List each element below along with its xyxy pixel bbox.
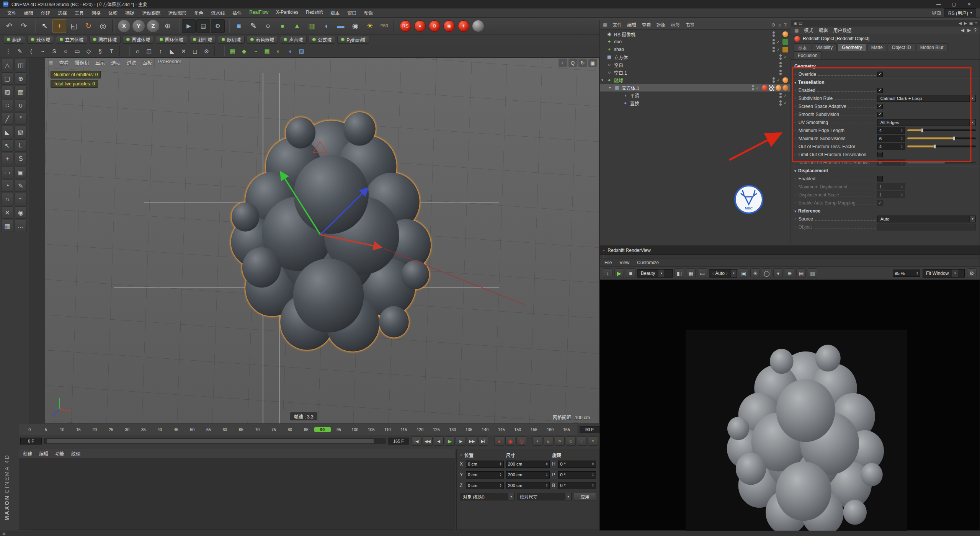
apply-button[interactable]: 应用 — [574, 493, 596, 500]
menu-item[interactable]: 插件 — [229, 9, 245, 17]
am-prev-icon[interactable]: ◀ — [961, 28, 964, 33]
am-tab[interactable]: Matte — [867, 43, 887, 51]
object-row[interactable]: 空白.1 — [600, 69, 790, 76]
timeline-tick[interactable]: 140 — [477, 427, 493, 432]
aov-icon[interactable]: ◧ — [675, 268, 684, 278]
om-menu-item[interactable]: 文件 — [612, 21, 622, 28]
range-end-field[interactable]: 165 F — [388, 438, 409, 444]
visibility-dots[interactable] — [773, 31, 775, 37]
nside-spline-icon[interactable]: ◇ — [83, 46, 94, 56]
rotate-view-icon[interactable]: ↻ — [578, 59, 587, 67]
material-menu-item[interactable]: 纹理 — [71, 450, 80, 457]
am-menu-item[interactable]: 编辑 — [818, 27, 828, 33]
stop-render-icon[interactable]: ■ — [626, 268, 635, 278]
lock-icon[interactable]: ▣ — [15, 166, 27, 178]
displacement-scale-field[interactable]: 1▲▼ — [877, 191, 905, 198]
expand-icon[interactable] — [609, 86, 614, 90]
menu-item[interactable]: 文件 — [4, 9, 20, 17]
render-to-picture-viewer-icon[interactable]: ▤ — [196, 19, 210, 33]
rv-menu-item[interactable]: View — [619, 260, 629, 265]
object-tag[interactable] — [782, 39, 788, 45]
timeline-tick[interactable]: 75 — [266, 427, 282, 432]
menu-item[interactable]: 流水线 — [207, 9, 228, 17]
object-row[interactable]: duo — [600, 38, 790, 46]
object-row[interactable]: 融球 — [600, 76, 790, 84]
timeline-tick[interactable]: 40 — [152, 427, 168, 432]
zoom-view-icon[interactable]: Q — [568, 59, 577, 67]
position-z-field[interactable]: 0 cm▲▼ — [466, 482, 504, 489]
object-row[interactable]: 置换 — [600, 99, 790, 107]
pan-view-icon[interactable]: + — [559, 59, 567, 67]
spline-primitive-icon[interactable]: ○ — [261, 19, 275, 33]
uv-smoothing-select[interactable]: All Edges▾ — [877, 119, 976, 126]
rotate-tool-icon[interactable]: ↻ — [82, 19, 95, 33]
menu-item[interactable]: 选择 — [54, 9, 70, 17]
region-render-icon[interactable]: ▭ — [697, 268, 707, 278]
maximum-subdivisions-field[interactable]: 6▲▼ — [877, 135, 905, 142]
compare-icon[interactable]: ◯ — [762, 268, 771, 278]
rectangle-spline-icon[interactable]: ▭ — [72, 46, 82, 56]
snapshot-dropdown-icon[interactable]: ▾ — [773, 268, 783, 278]
mirror-icon[interactable]: ◫ — [15, 59, 27, 71]
subdivision-surface-icon[interactable]: ● — [276, 19, 289, 33]
viewport-menu-item[interactable]: 选项 — [111, 59, 121, 66]
camera-icon[interactable]: ◉ — [348, 19, 362, 33]
max-out-of-frustum-subdivs-slider[interactable] — [907, 162, 976, 163]
displacer-icon[interactable]: ▨ — [296, 46, 307, 56]
record-pla-icon[interactable]: : — [577, 436, 587, 446]
menu-item[interactable]: 角色 — [191, 9, 207, 17]
prev-frame-icon[interactable]: ◀ — [434, 436, 444, 446]
workplane-icon[interactable]: ▦ — [15, 86, 27, 98]
goto-start-icon[interactable]: |◀ — [412, 436, 421, 446]
object-name[interactable]: 空白.1 — [614, 69, 627, 76]
timeline-tick[interactable]: 155 — [526, 427, 542, 432]
record-scale-icon[interactable]: ◱ — [544, 436, 554, 446]
expand-icon[interactable] — [601, 78, 606, 82]
redshift-settings-icon[interactable]: ⚙ — [429, 20, 440, 32]
coordinate-system-icon[interactable]: ⊕ — [161, 19, 175, 33]
record-keyframe-icon[interactable]: ● — [494, 436, 504, 446]
timeline-tick[interactable]: 115 — [396, 427, 412, 432]
rv-canvas[interactable]: 微信公众号：野鹿志 微信：野鹿志 作者：马鹿野郎 (1.69s) — [600, 280, 980, 530]
timeline-scrollbar[interactable] — [44, 438, 385, 444]
timeline-tick[interactable]: 130 — [444, 427, 461, 432]
metaball-object[interactable] — [231, 112, 431, 352]
object-row[interactable]: 立方体 — [600, 53, 790, 61]
auto-bump-mapping-checkbox[interactable] — [877, 200, 883, 206]
menu-item[interactable]: 脚本 — [327, 9, 343, 17]
live-selection-icon[interactable]: ↖ — [38, 19, 52, 33]
layer-icon[interactable]: L — [15, 139, 27, 152]
am-tab[interactable]: Motion Blur — [916, 43, 948, 51]
object-name[interactable]: 空白 — [614, 62, 623, 68]
am-back-icon[interactable]: ◀ — [959, 21, 962, 25]
circle-spline-icon[interactable]: ○ — [60, 46, 71, 56]
spline-smooth-icon[interactable]: ~ — [38, 46, 48, 56]
menu-item[interactable]: 体积 — [105, 9, 121, 17]
tracer-icon[interactable]: ~ — [250, 46, 261, 56]
object-row[interactable]: 立方体.1 — [600, 84, 790, 92]
field-button[interactable]: 圆环体域 — [156, 36, 187, 44]
separator[interactable] — [119, 46, 130, 56]
timeline-tick[interactable]: 165 — [559, 427, 575, 432]
perspective-viewport[interactable]: ▦ 查看摄像机显示选项过滤面板ProRender +Q↻▣ Number of … — [45, 57, 599, 424]
field-icon[interactable]: ◐ — [273, 46, 284, 56]
am-pin-icon[interactable]: ? — [974, 28, 977, 33]
am-tab[interactable]: Visibility — [812, 43, 837, 51]
object-name[interactable]: 置换 — [630, 100, 639, 106]
material-menu-item[interactable]: 编辑 — [39, 450, 48, 457]
object-tag[interactable] — [762, 85, 768, 91]
om-menu-item[interactable]: 查看 — [642, 21, 651, 28]
rv-fit-select[interactable]: Fit Window▾ — [923, 269, 965, 278]
object-row[interactable]: shao — [600, 46, 790, 53]
timeline-tick[interactable]: 35 — [136, 427, 152, 432]
timeline-tick[interactable]: 90 — [314, 427, 331, 432]
menu-item[interactable]: 编辑 — [21, 9, 37, 17]
material-menu-item[interactable]: 功能 — [55, 450, 64, 457]
override-checkbox[interactable] — [877, 72, 883, 77]
lock-region-icon[interactable]: ▣ — [739, 268, 748, 278]
displacement-enabled-checkbox[interactable] — [877, 176, 883, 181]
toolbar-grip-icon[interactable]: ⋮ — [3, 46, 13, 56]
object-tag[interactable] — [782, 77, 788, 83]
object-tag[interactable] — [782, 47, 788, 52]
visibility-dots[interactable] — [779, 100, 782, 106]
